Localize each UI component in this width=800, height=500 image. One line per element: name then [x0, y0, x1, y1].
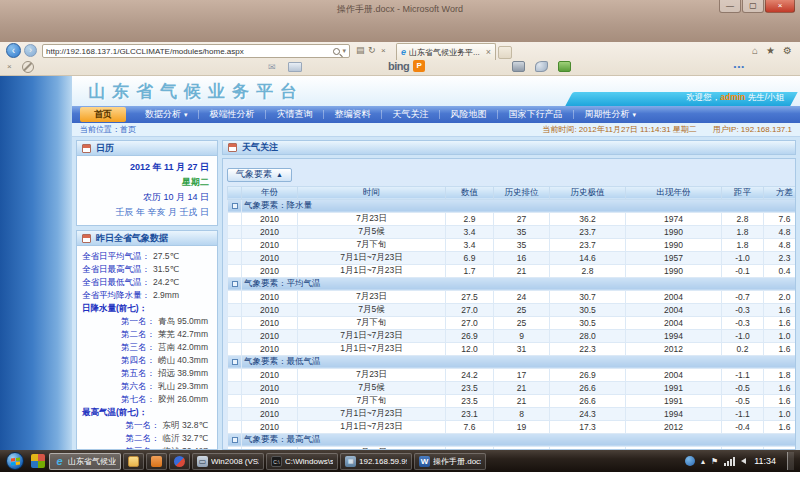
nav-item-link[interactable]: 灾情查询 — [266, 108, 324, 121]
minimize-button[interactable]: — — [719, 0, 741, 13]
address-bar[interactable]: http://192.168.137.1/GLCCLIMATE/modules/… — [42, 44, 350, 58]
start-button[interactable] — [6, 452, 24, 470]
table-row[interactable]: 20107月23日27.52430.72004-0.72.0 — [228, 290, 797, 303]
home-icon[interactable]: ⌂ — [752, 45, 758, 56]
table-row[interactable]: 20107月1日~7月23日23.1824.31994-1.11.0 — [228, 407, 797, 420]
satellite-icon[interactable] — [535, 61, 548, 72]
table-cell: 25 — [494, 303, 550, 316]
more-options-icon[interactable]: ••• — [734, 62, 745, 71]
puzzle-addon-icon[interactable] — [558, 61, 571, 72]
show-desktop-button[interactable] — [787, 452, 794, 470]
maximize-button[interactable]: ▢ — [742, 0, 764, 13]
weather-stat-row: 第二名：莱芜 42.7mm — [82, 328, 212, 341]
table-row[interactable]: 20107月下旬3.43523.719901.84.8 — [228, 238, 797, 251]
table-section-row[interactable]: 气象要素：降水量 — [228, 199, 797, 212]
network-icon[interactable] — [724, 457, 735, 466]
breadcrumb[interactable]: 当前位置：首页 — [80, 124, 136, 135]
toolbar-close-icon[interactable]: × — [7, 62, 12, 71]
table-row[interactable]: 20101月1日~7月23日12.03122.320120.21.6 — [228, 342, 797, 355]
favorites-icon[interactable]: ★ — [766, 45, 775, 56]
element-filter-button[interactable]: 气象要素 ▲ — [227, 168, 292, 182]
action-center-flag-icon[interactable]: ⚑ — [711, 457, 718, 466]
weather-stat-label: 全省日最低气温： — [82, 276, 150, 289]
section-checkbox-icon[interactable] — [232, 203, 238, 209]
nav-item-link[interactable]: 周期性分析▾ — [574, 108, 648, 121]
card-icon[interactable] — [288, 62, 302, 72]
table-section-row[interactable]: 气象要素：最高气温 — [228, 433, 797, 446]
table-cell: 2010 — [242, 264, 298, 277]
table-row[interactable]: 20107月1日~7月23日26.9928.01994-1.01.0 — [228, 329, 797, 342]
pinned-app-icon[interactable] — [31, 454, 45, 468]
refresh-icon[interactable]: ↻ — [368, 45, 376, 55]
weather-stat-value: 24.2℃ — [153, 276, 179, 289]
table-row[interactable]: 20107月23日2.92736.219742.87.6 — [228, 212, 797, 225]
tab-close-icon[interactable]: × — [486, 47, 491, 57]
section-checkbox-cell[interactable] — [228, 355, 242, 368]
weather-stat-row: 第一名：东明 32.8℃ — [82, 419, 212, 432]
camera-icon[interactable] — [512, 61, 525, 72]
table-row[interactable]: 20107月1日~7月23日6.91614.61957-1.02.3 — [228, 251, 797, 264]
table-row[interactable]: 20107月下旬27.02530.52004-0.31.6 — [228, 316, 797, 329]
bing-search-area[interactable]: bing P — [388, 60, 425, 72]
ime-tray-icon[interactable] — [685, 456, 695, 466]
section-checkbox-cell[interactable] — [228, 199, 242, 212]
stop-icon[interactable]: × — [381, 46, 386, 55]
table-cell: 2010 — [242, 290, 298, 303]
table-row[interactable]: 20101月1日~7月23日1.7212.81990-0.10.4 — [228, 264, 797, 277]
nav-item-link[interactable]: 数据分析▾ — [134, 108, 199, 121]
section-checkbox-icon[interactable] — [232, 359, 238, 365]
taskbar-remote[interactable]: ▦192.168.59.99... — [340, 453, 412, 470]
bing-logo[interactable]: bing — [388, 60, 409, 72]
address-url[interactable]: http://192.168.137.1/GLCCLIMATE/modules/… — [46, 47, 331, 56]
taskbar-app-round[interactable] — [169, 453, 190, 470]
table-cell: -0.3 — [722, 303, 764, 316]
section-checkbox-icon[interactable] — [232, 281, 238, 287]
calendar-icon — [82, 144, 91, 153]
section-checkbox-cell[interactable] — [228, 433, 242, 446]
table-cell: 1991 — [626, 394, 722, 407]
taskbar-win2008[interactable]: ▭Win2008 (VS2... — [192, 453, 264, 470]
table-section-row[interactable]: 气象要素：平均气温 — [228, 277, 797, 290]
forward-button[interactable]: › — [24, 44, 37, 57]
taskbar-explorer[interactable] — [123, 453, 144, 470]
taskbar-ie-window[interactable]: e山东省气候业务平台 — [49, 453, 121, 470]
table-row[interactable]: 20107月5候27.02530.52004-0.31.6 — [228, 303, 797, 316]
taskbar-cmd[interactable]: C:\C:\Windows\s... — [266, 453, 338, 470]
weather-stat-label: 最高气温(前七)： — [82, 406, 147, 419]
taskbar-word[interactable]: W操作手册.docx ... — [414, 453, 486, 470]
nav-item-link[interactable]: 风险地图 — [440, 108, 498, 121]
compatibility-view-icon[interactable]: ▤ — [356, 45, 365, 55]
table-section-row[interactable]: 气象要素：最低气温 — [228, 355, 797, 368]
table-row[interactable]: 20107月23日24.21726.92004-1.11.8 — [228, 368, 797, 381]
nav-item-link[interactable]: 国家下行产品 — [498, 108, 574, 121]
bing-badge-icon[interactable]: P — [413, 60, 425, 72]
speaker-icon[interactable] — [741, 458, 746, 464]
address-dropdown-icon[interactable]: ▾ — [342, 47, 346, 55]
chevron-down-icon: ▾ — [633, 111, 637, 118]
table-row[interactable]: 20107月下旬23.52126.61991-0.51.6 — [228, 394, 797, 407]
nav-item-active[interactable]: 首页 — [80, 107, 126, 122]
browser-tab[interactable]: e 山东省气候业务平... × — [396, 43, 496, 60]
weather-stat-row: 最高气温(前七)： — [82, 406, 212, 419]
table-row[interactable]: 20107月5候3.43523.719901.84.8 — [228, 225, 797, 238]
search-icon[interactable] — [333, 48, 340, 55]
tray-expand-icon[interactable]: ▴ — [701, 457, 705, 466]
taskbar-clock[interactable]: 11:34 — [754, 456, 776, 466]
table-row[interactable]: 20101月1日~7月23日7.61917.32012-0.41.6 — [228, 420, 797, 433]
taskbar-app-orange[interactable] — [146, 453, 167, 470]
tools-gear-icon[interactable]: ⚙ — [783, 45, 792, 56]
nav-item-link[interactable]: 天气关注 — [382, 108, 440, 121]
table-cell: 1.6 — [764, 342, 797, 355]
section-checkbox-icon[interactable] — [232, 437, 238, 443]
nav-item-link[interactable]: 整编资料 — [324, 108, 382, 121]
report-icon — [82, 234, 91, 243]
blocked-icon[interactable] — [22, 61, 34, 73]
section-checkbox-cell[interactable] — [228, 277, 242, 290]
back-button[interactable]: ‹ — [6, 43, 21, 58]
nav-item-link[interactable]: 极端性分析 — [199, 108, 266, 121]
new-tab-button[interactable] — [498, 46, 512, 59]
close-button[interactable]: × — [765, 0, 795, 13]
tab-title[interactable]: 山东省气候业务平... — [409, 47, 484, 58]
mail-icon[interactable]: ✉ — [268, 62, 276, 72]
table-row[interactable]: 20107月5候23.52126.61991-0.51.6 — [228, 381, 797, 394]
